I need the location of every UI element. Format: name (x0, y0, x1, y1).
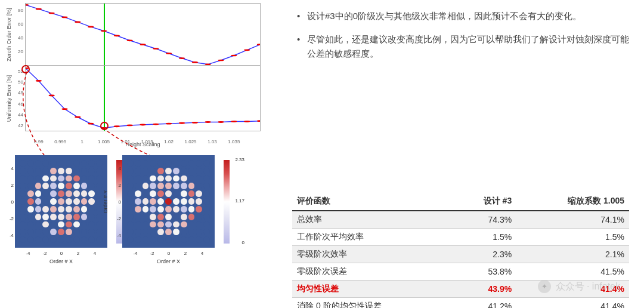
y-axis-label: Zeroth Order Error [%] (6, 8, 12, 61)
svg-point-27 (127, 124, 133, 126)
svg-point-17 (244, 49, 250, 51)
heatmap-xlabel: Order # X (157, 258, 180, 264)
svg-point-2 (49, 13, 55, 14)
highlight-circle-start (21, 65, 30, 73)
svg-point-3 (61, 17, 67, 19)
svg-point-5 (88, 26, 94, 28)
zeroth-order-chart: Zeroth Order Error [%] 20406080 (25, 3, 261, 66)
svg-point-37 (257, 120, 260, 122)
heatmap-ylabel: Order # Y (0, 190, 1, 213)
svg-point-22 (61, 108, 67, 110)
heatmap-ylabel: Order # Y (103, 190, 109, 213)
table-row: 工作阶次平均效率1.5%1.5% (292, 229, 629, 246)
svg-point-9 (140, 44, 145, 45)
svg-point-33 (205, 121, 211, 123)
svg-point-23 (75, 116, 80, 118)
heatmap-xlabel: Order # X (49, 258, 73, 264)
svg-point-18 (257, 44, 260, 45)
svg-point-36 (244, 121, 250, 122)
table-row: 消除 0 阶的均匀性误差41.2%41.4% (292, 298, 629, 309)
svg-point-12 (179, 57, 185, 59)
table-header: 缩放系数 1.005 (516, 192, 629, 211)
bullet-list: 设计#3中的0阶级次与其他级次非常相似，因此预计不会有大的变化。尽管如此，还是建… (292, 9, 629, 61)
svg-point-29 (153, 124, 159, 125)
svg-point-8 (127, 39, 133, 41)
table-row: 零级阶次误差53.8%41.5% (292, 263, 629, 281)
svg-point-1 (36, 8, 42, 10)
bullet-item: 设计#3中的0阶级次与其他级次非常相似，因此预计不会有大的变化。 (292, 9, 629, 23)
svg-point-30 (166, 123, 172, 125)
svg-point-31 (179, 122, 185, 124)
line-plot-2 (26, 66, 260, 131)
svg-point-4 (75, 21, 80, 23)
svg-point-26 (114, 125, 120, 127)
svg-point-32 (192, 122, 198, 124)
watermark: ✦ 众众号 · infotek (538, 280, 620, 293)
table-row: 零级阶次效率2.3%2.1% (292, 246, 629, 263)
svg-point-20 (36, 80, 42, 82)
table-header: 设计 #3 (452, 192, 516, 211)
svg-point-7 (114, 35, 120, 36)
heatmap-design3: Order # Y Order # X 2.33 1.17 0 -4-4-2-2… (15, 155, 107, 248)
bullet-item: 尽管如此，还是建议改变高度比例，因为它可以帮助我们了解设计对蚀刻深度可能公差的敏… (292, 32, 629, 61)
svg-point-35 (231, 121, 237, 122)
svg-point-34 (218, 121, 224, 123)
svg-point-11 (166, 53, 172, 54)
wechat-icon: ✦ (538, 280, 551, 293)
charts-panel: Zeroth Order Error [%] 20406080 Uniformi… (6, 3, 280, 248)
svg-point-21 (49, 95, 55, 97)
svg-point-10 (153, 48, 159, 50)
svg-point-13 (192, 61, 198, 63)
text-panel: 设计#3中的0阶级次与其他级次非常相似，因此预计不会有大的变化。尽管如此，还是建… (292, 9, 629, 308)
uniformity-chart: Uniformity Error [%] Height Scaling 4244… (25, 66, 261, 131)
highlight-circle-optimum (100, 122, 109, 130)
line-plot-1 (26, 4, 260, 65)
svg-point-16 (231, 55, 237, 57)
svg-point-6 (101, 30, 107, 32)
heatmap-row: Order # Y Order # X 2.33 1.17 0 -4-4-2-2… (15, 155, 280, 248)
table-row: 总效率74.3%74.1% (292, 211, 629, 229)
heatmap-scaled: Order # Y Order # X 2.33 1.17 0 -4-4-2-2… (122, 155, 215, 248)
y-axis-label: Uniformity Error [%] (6, 75, 12, 122)
svg-point-28 (140, 124, 145, 126)
svg-point-24 (88, 123, 94, 125)
colorbar (224, 160, 230, 244)
svg-point-15 (218, 60, 224, 61)
table-header: 评价函数 (292, 192, 452, 211)
